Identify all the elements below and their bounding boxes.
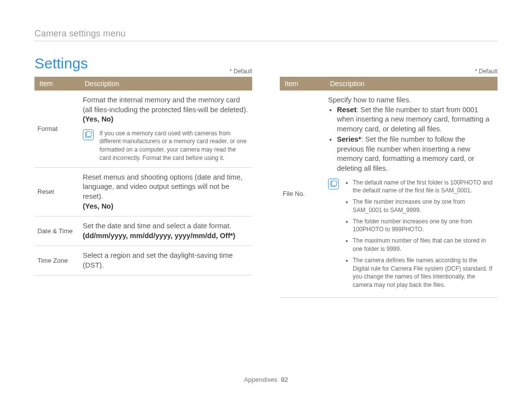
- desc-options: (dd/mm/yyyy, mm/dd/yyyy, yyyy/mm/dd, Off…: [83, 231, 248, 241]
- th-item: Item: [34, 77, 80, 91]
- right-column: * Default Item Description File No. Spec…: [280, 77, 498, 298]
- note-block: The default name of the first folder is …: [328, 179, 494, 293]
- settings-table-right: Item Description File No. Specify how to…: [280, 77, 498, 298]
- option-label: Series*: [337, 135, 361, 143]
- item-name: Date & Time: [34, 216, 80, 246]
- desc-text: Set the date and time and select a date …: [83, 221, 248, 231]
- note-item: The folder number increases one by one f…: [353, 217, 494, 234]
- desc-options: (Yes, No): [83, 202, 248, 212]
- th-description: Description: [80, 77, 252, 91]
- fileno-series-option: Series*: Set the file number to follow t…: [337, 135, 494, 173]
- page-title: Settings: [34, 55, 498, 72]
- content-columns: * Default Item Description Format Format…: [34, 77, 498, 298]
- desc-text: Select a region and set the daylight-sav…: [83, 251, 248, 270]
- note-item: The file number increases one by one fro…: [353, 198, 494, 215]
- row-fileno: File No. Specify how to name files. Rese…: [280, 91, 498, 298]
- note-icon: [83, 129, 94, 140]
- item-desc: Select a region and set the daylight-sav…: [80, 246, 252, 276]
- note-block: If you use a memory card used with camer…: [83, 129, 248, 162]
- item-desc: Format the internal memory and the memor…: [80, 91, 252, 167]
- item-name: Reset: [34, 167, 80, 216]
- item-name: Format: [34, 91, 80, 167]
- item-desc: Reset menus and shooting options (date a…: [80, 167, 252, 216]
- desc-text: Reset menus and shooting options (date a…: [83, 173, 248, 202]
- settings-table-left: Item Description Format Format the inter…: [34, 77, 252, 276]
- option-label: Reset: [337, 106, 357, 114]
- footer-page-number: 92: [281, 376, 288, 383]
- desc-options: (Yes, No): [83, 115, 248, 124]
- item-name: Time Zone: [34, 246, 80, 276]
- item-desc: Specify how to name files. Reset: Set th…: [325, 91, 498, 298]
- item-desc: Set the date and time and select a date …: [80, 216, 252, 246]
- left-column: * Default Item Description Format Format…: [34, 77, 252, 298]
- row-timezone: Time Zone Select a region and set the da…: [34, 246, 252, 276]
- fileno-options: Reset: Set the file number to start from…: [328, 105, 494, 174]
- default-note-right: * Default: [475, 68, 498, 75]
- row-reset: Reset Reset menus and shooting options (…: [34, 167, 252, 216]
- note-item: The default name of the first folder is …: [353, 179, 494, 195]
- item-name: File No.: [280, 91, 325, 298]
- breadcrumb: Camera settings menu: [34, 29, 498, 39]
- option-text: : Set the file number to start from 0001…: [337, 106, 489, 133]
- note-item: The maximum number of files that can be …: [353, 237, 494, 253]
- footer-section: Appendixes: [244, 376, 277, 383]
- th-description: Description: [325, 77, 498, 91]
- th-item: Item: [280, 77, 325, 91]
- note-text: If you use a memory card used with camer…: [100, 129, 248, 162]
- desc-intro: Specify how to name files.: [328, 95, 494, 105]
- fileno-reset-option: Reset: Set the file number to start from…: [337, 105, 494, 134]
- row-datetime: Date & Time Set the date and time and se…: [34, 216, 252, 246]
- note-list: The default name of the first folder is …: [345, 179, 494, 293]
- desc-text: Format the internal memory and the memor…: [83, 95, 248, 115]
- row-format: Format Format the internal memory and th…: [34, 91, 252, 167]
- default-note-left: * Default: [230, 68, 252, 75]
- note-icon: [328, 179, 339, 189]
- divider-top: [34, 41, 498, 41]
- page-footer: Appendixes 92: [0, 376, 532, 383]
- note-item: The camera defines file names according …: [353, 256, 494, 289]
